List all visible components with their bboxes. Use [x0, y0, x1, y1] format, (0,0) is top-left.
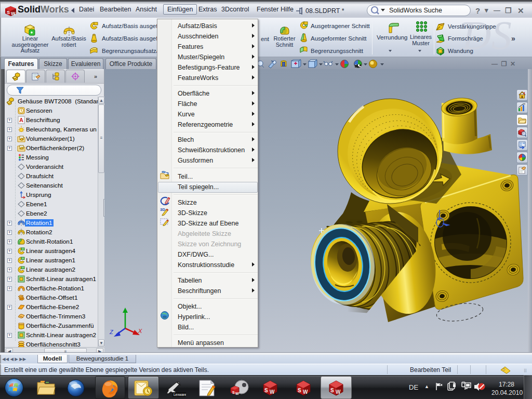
- svg-text:W: W: [336, 389, 341, 395]
- svg-text:X: X: [138, 328, 142, 334]
- svg-text:S: S: [7, 10, 10, 15]
- svg-text:Z: Z: [109, 329, 114, 335]
- svg-text:S: S: [264, 388, 268, 393]
- svg-text:W: W: [303, 389, 308, 395]
- svg-text:W: W: [235, 392, 239, 395]
- svg-text:3D: 3D: [160, 207, 165, 212]
- svg-text:Lexware: Lexware: [174, 393, 186, 396]
- svg-text:S: S: [330, 388, 334, 393]
- svg-text:W: W: [270, 389, 275, 395]
- svg-text:S: S: [298, 388, 301, 393]
- svg-text:A: A: [19, 117, 23, 123]
- svg-text:W: W: [11, 11, 16, 16]
- svg-text:S: S: [232, 391, 235, 394]
